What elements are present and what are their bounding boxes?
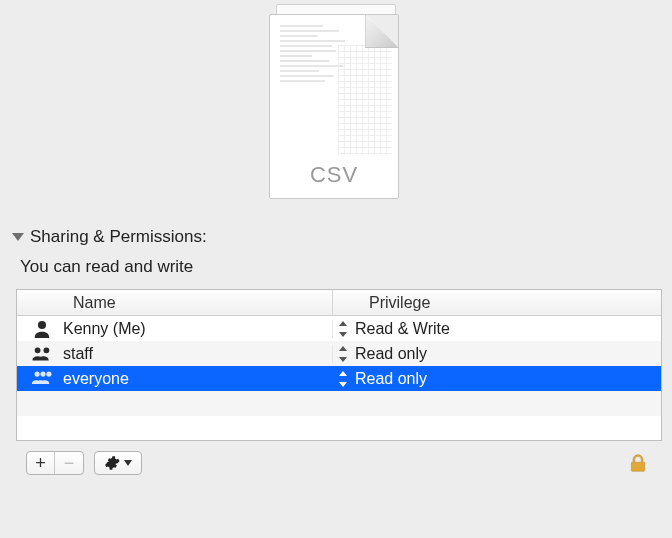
disclosure-triangle-icon [12, 233, 24, 241]
gear-icon [104, 455, 120, 471]
sharing-permissions-section: Sharing & Permissions: You can read and … [0, 219, 672, 487]
permissions-table: Name Privilege Kenny (Me)Read & Writesta… [16, 289, 662, 441]
action-menu-button[interactable] [94, 451, 142, 475]
add-button[interactable]: + [27, 452, 55, 474]
remove-button: − [55, 452, 83, 474]
cell-name: staff [17, 345, 333, 363]
world-icon [31, 370, 53, 388]
user-name: staff [63, 345, 93, 363]
cell-name: everyone [17, 370, 333, 388]
file-icon: CSV [266, 2, 406, 202]
column-header-privilege[interactable]: Privilege [333, 290, 661, 315]
table-row[interactable]: Kenny (Me)Read & Write [17, 316, 661, 341]
cell-privilege[interactable]: Read only [333, 345, 661, 363]
permission-summary: You can read and write [20, 257, 660, 277]
user-icon [31, 320, 53, 338]
section-disclosure[interactable]: Sharing & Permissions: [12, 227, 660, 247]
stepper-icon [337, 321, 349, 337]
table-row[interactable]: staffRead only [17, 341, 661, 366]
table-row[interactable]: everyoneRead only [17, 366, 661, 391]
privilege-value: Read & Write [355, 320, 450, 338]
group-icon [31, 345, 53, 363]
stepper-icon [337, 346, 349, 362]
chevron-down-icon [124, 460, 132, 466]
section-title: Sharing & Permissions: [30, 227, 207, 247]
user-name: Kenny (Me) [63, 320, 146, 338]
lock-icon[interactable] [628, 452, 648, 474]
column-header-name[interactable]: Name [17, 290, 333, 315]
cell-name: Kenny (Me) [17, 320, 333, 338]
privilege-value: Read only [355, 345, 427, 363]
user-name: everyone [63, 370, 129, 388]
table-row [17, 391, 661, 416]
toolbar: + − [12, 447, 660, 479]
table-row [17, 416, 661, 441]
file-type-label: CSV [270, 162, 398, 188]
cell-privilege[interactable]: Read & Write [333, 320, 661, 338]
add-remove-segment: + − [26, 451, 84, 475]
file-preview-area: CSV [0, 0, 672, 219]
stepper-icon [337, 371, 349, 387]
table-header: Name Privilege [17, 290, 661, 316]
cell-privilege[interactable]: Read only [333, 370, 661, 388]
privilege-value: Read only [355, 370, 427, 388]
